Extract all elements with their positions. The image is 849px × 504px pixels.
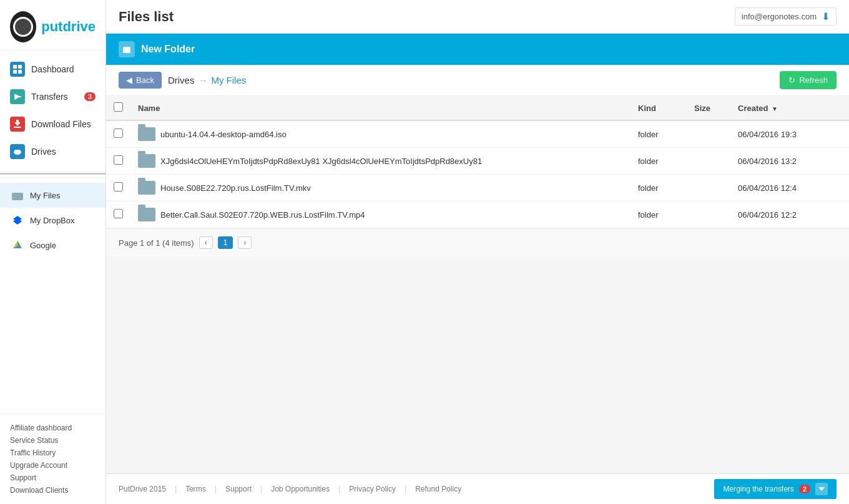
file-name-3[interactable]: Better.Call.Saul.S02E07.720p.WEB.rus.Los… bbox=[160, 210, 365, 220]
row-checkbox-cell[interactable] bbox=[106, 175, 130, 201]
footer-link-terms[interactable]: Terms bbox=[185, 485, 206, 493]
created-label: Created bbox=[738, 104, 768, 113]
drive-item-my-files[interactable]: My Files bbox=[0, 183, 106, 208]
breadcrumb-root[interactable]: Drives bbox=[168, 75, 195, 85]
row-checkbox-cell[interactable] bbox=[106, 120, 130, 148]
sidebar-item-drives[interactable]: Drives bbox=[0, 138, 106, 165]
logo-drive: drive bbox=[62, 19, 96, 34]
row-size-3 bbox=[687, 201, 730, 228]
svg-rect-1 bbox=[18, 65, 22, 69]
file-name-2[interactable]: House.S08E22.720p.rus.LostFilm.TV.mkv bbox=[160, 183, 311, 193]
row-checkbox-3[interactable] bbox=[114, 209, 123, 218]
row-name-cell-3: Better.Call.Saul.S02E07.720p.WEB.rus.Los… bbox=[130, 201, 631, 228]
pagination-text: Page 1 of 1 (4 items) bbox=[119, 238, 194, 248]
row-checkbox-cell[interactable] bbox=[106, 201, 130, 228]
footer-link-jobs[interactable]: Job Opportunities bbox=[271, 485, 330, 493]
dashboard-label: Dashboard bbox=[31, 64, 74, 74]
files-area: Name Kind Size Created ▼ bbox=[106, 96, 849, 473]
sidebar-item-download-files[interactable]: Download Files bbox=[0, 110, 106, 138]
drive-item-google[interactable]: Google bbox=[0, 233, 106, 258]
refresh-icon: ↻ bbox=[788, 75, 795, 85]
col-header-size: Size bbox=[687, 96, 730, 120]
select-all-header[interactable] bbox=[106, 96, 130, 120]
support-link[interactable]: Support bbox=[10, 472, 96, 484]
row-kind-2: folder bbox=[631, 175, 687, 201]
table-row: House.S08E22.720p.rus.LostFilm.TV.mkv fo… bbox=[106, 175, 849, 201]
row-kind-1: folder bbox=[631, 148, 687, 175]
footer-link-support[interactable]: Support bbox=[225, 485, 252, 493]
page-1-button[interactable]: 1 bbox=[218, 236, 233, 249]
sidebar-item-dashboard[interactable]: Dashboard bbox=[0, 56, 106, 83]
select-all-checkbox[interactable] bbox=[114, 102, 123, 112]
row-checkbox-0[interactable] bbox=[114, 128, 123, 138]
svg-text:+: + bbox=[125, 47, 129, 53]
table-row: XJg6dsl4cOlUeHEYmToIjdtsPdpRd8exUy81 XJg… bbox=[106, 148, 849, 175]
transfers-label: Transfers bbox=[31, 92, 68, 102]
svg-rect-13 bbox=[12, 193, 17, 195]
file-name-1[interactable]: XJg6dsl4cOlUeHEYmToIjdtsPdpRd8exUy81 XJg… bbox=[160, 157, 482, 166]
row-actions-0 bbox=[830, 120, 849, 148]
row-created-3: 06/04/2016 12:2 bbox=[730, 201, 830, 228]
row-created-1: 06/04/2016 13:2 bbox=[730, 148, 830, 175]
dropbox-icon bbox=[10, 213, 25, 228]
download-icon[interactable]: ⬇ bbox=[822, 11, 830, 22]
svg-rect-2 bbox=[13, 70, 17, 74]
svg-point-11 bbox=[17, 150, 21, 153]
download-files-label: Download Files bbox=[31, 119, 91, 129]
new-folder-bar[interactable]: + New Folder bbox=[106, 34, 849, 65]
row-checkbox-cell[interactable] bbox=[106, 148, 130, 175]
footer-right: Merging the transfers 2 bbox=[714, 479, 837, 499]
footer: PutDrive 2015 | Terms | Support | Job Op… bbox=[106, 473, 849, 504]
col-header-created[interactable]: Created ▼ bbox=[730, 96, 830, 120]
logo-text: putdrive bbox=[41, 19, 96, 35]
breadcrumb-left: ◀ Back Drives → My Files bbox=[119, 72, 246, 89]
affiliate-dashboard-link[interactable]: Affiliate dashboard bbox=[10, 422, 96, 434]
drives-section: My Files My DropBox Google bbox=[0, 177, 106, 263]
svg-rect-7 bbox=[16, 120, 19, 122]
breadcrumb-arrow: → bbox=[198, 75, 207, 85]
upgrade-account-link[interactable]: Upgrade Account bbox=[10, 459, 96, 472]
service-status-link[interactable]: Service Status bbox=[10, 434, 96, 447]
table-row: ubuntu-14.04.4-desktop-amd64.iso folder … bbox=[106, 120, 849, 148]
google-label: Google bbox=[30, 241, 56, 250]
my-files-icon bbox=[10, 188, 25, 203]
prev-page-button[interactable]: ‹ bbox=[199, 236, 213, 249]
next-page-button[interactable]: › bbox=[238, 236, 252, 249]
back-button[interactable]: ◀ Back bbox=[119, 72, 162, 89]
col-header-kind: Kind bbox=[631, 96, 687, 120]
logo-area: putdrive bbox=[0, 0, 106, 51]
row-actions-1 bbox=[830, 148, 849, 175]
folder-icon-3 bbox=[138, 208, 155, 221]
footer-copyright: PutDrive 2015 bbox=[119, 485, 166, 493]
sidebar: putdrive Dashboard Transfers 3 bbox=[0, 0, 106, 504]
sort-arrow-icon: ▼ bbox=[772, 105, 778, 112]
row-checkbox-1[interactable] bbox=[114, 155, 123, 165]
footer-link-privacy[interactable]: Privacy Policy bbox=[349, 485, 396, 493]
sidebar-item-transfers[interactable]: Transfers 3 bbox=[0, 83, 106, 110]
footer-link-refund[interactable]: Refund Policy bbox=[415, 485, 461, 493]
main-header: Files list info@ergonotes.com ⬇ bbox=[106, 0, 849, 34]
page-title: Files list bbox=[119, 9, 174, 25]
logo-icon bbox=[10, 11, 36, 42]
back-arrow-icon: ◀ bbox=[126, 75, 132, 85]
download-clients-link[interactable]: Download Clients bbox=[10, 484, 96, 497]
dropbox-label: My DropBox bbox=[30, 216, 75, 225]
folder-icon-0 bbox=[138, 127, 155, 141]
refresh-label: Refresh bbox=[799, 75, 828, 85]
refresh-button[interactable]: ↻ Refresh bbox=[780, 71, 837, 89]
row-checkbox-2[interactable] bbox=[114, 182, 123, 191]
row-kind-0: folder bbox=[631, 120, 687, 148]
row-created-2: 06/04/2016 12:4 bbox=[730, 175, 830, 201]
merge-badge: 2 bbox=[799, 485, 810, 493]
transfers-icon bbox=[10, 89, 25, 104]
file-name-0[interactable]: ubuntu-14.04.4-desktop-amd64.iso bbox=[160, 130, 287, 139]
traffic-history-link[interactable]: Traffic History bbox=[10, 447, 96, 459]
transfers-badge: 3 bbox=[84, 92, 96, 101]
folder-icon-2 bbox=[138, 181, 155, 195]
drive-item-dropbox[interactable]: My DropBox bbox=[0, 208, 106, 233]
google-icon bbox=[10, 238, 25, 253]
dashboard-icon bbox=[10, 62, 25, 77]
files-table: Name Kind Size Created ▼ bbox=[106, 96, 849, 228]
sidebar-nav: Dashboard Transfers 3 Download Files Dr bbox=[0, 51, 106, 170]
row-kind-3: folder bbox=[631, 201, 687, 228]
